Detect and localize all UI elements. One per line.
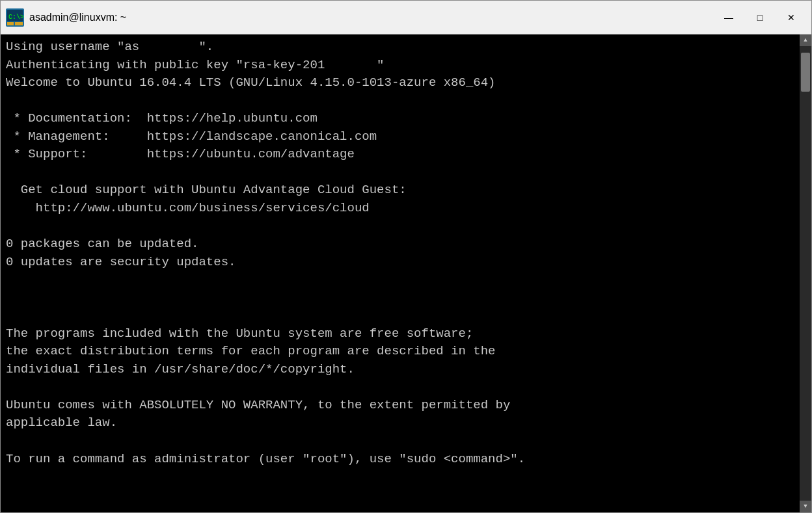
scroll-up-arrow[interactable]: ▲	[800, 34, 811, 46]
terminal-window: C:\> asadmin@linuxvm: ~ — □ ✕ Using user…	[0, 0, 812, 513]
scroll-track	[800, 46, 811, 501]
title-bar: C:\> asadmin@linuxvm: ~ — □ ✕	[1, 1, 811, 34]
title-bar-left: C:\> asadmin@linuxvm: ~	[6, 8, 126, 27]
svg-rect-3	[15, 22, 23, 25]
svg-rect-2	[7, 22, 14, 25]
scrollbar[interactable]: ▲ ▼	[800, 34, 811, 512]
scroll-down-arrow[interactable]: ▼	[800, 501, 811, 512]
terminal-content[interactable]: Using username "as ". Authenticating wit…	[1, 34, 800, 512]
close-button[interactable]: ✕	[776, 7, 806, 29]
terminal-area: Using username "as ". Authenticating wit…	[1, 34, 811, 512]
title-bar-controls: — □ ✕	[714, 7, 806, 29]
minimize-button[interactable]: —	[714, 7, 744, 29]
scroll-thumb[interactable]	[801, 53, 810, 92]
terminal-icon: C:\>	[6, 8, 24, 27]
svg-text:C:\>: C:\>	[8, 14, 24, 21]
maximize-button[interactable]: □	[745, 7, 775, 29]
window-title: asadmin@linuxvm: ~	[29, 12, 126, 23]
